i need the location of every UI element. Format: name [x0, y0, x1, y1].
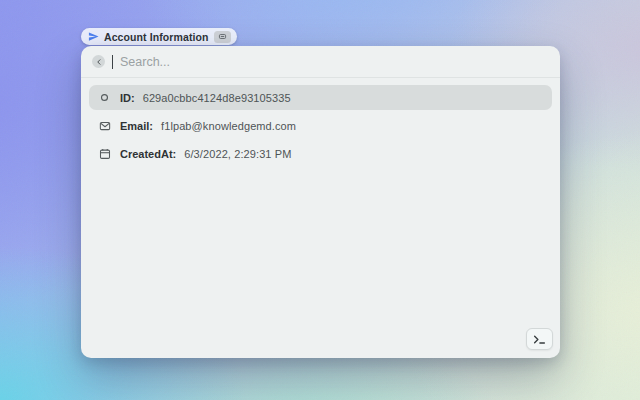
list-item-id[interactable]: ID: 629a0cbbc4124d8e93105335 — [89, 85, 552, 110]
command-pill[interactable]: Account Information — [81, 28, 237, 45]
chevron-left-icon — [95, 58, 103, 66]
extension-window: ID: 629a0cbbc4124d8e93105335 Email: f1lp… — [81, 46, 560, 358]
text-caret — [112, 55, 113, 69]
item-value: f1lpab@knowledgemd.com — [161, 120, 296, 132]
command-title: Account Information — [104, 31, 209, 43]
list-item-createdat[interactable]: CreatedAt: 6/3/2022, 2:29:31 PM — [89, 141, 552, 166]
calendar-icon — [98, 148, 111, 160]
search-bar — [81, 46, 560, 77]
list-item-email[interactable]: Email: f1lpab@knowledgemd.com — [89, 113, 552, 138]
printer-badge[interactable] — [214, 31, 231, 43]
envelope-icon — [98, 120, 111, 132]
search-input[interactable] — [120, 55, 549, 69]
item-label: Email: — [120, 120, 153, 132]
back-button[interactable] — [92, 55, 105, 68]
ring-icon — [98, 92, 111, 103]
item-label: CreatedAt: — [120, 148, 176, 160]
item-value: 6/3/2022, 2:29:31 PM — [184, 148, 291, 160]
printer-icon — [218, 32, 227, 41]
terminal-button[interactable] — [526, 328, 553, 350]
paper-plane-icon — [88, 31, 99, 42]
terminal-prompt-icon — [533, 334, 546, 345]
item-value: 629a0cbbc4124d8e93105335 — [143, 92, 291, 104]
item-label: ID: — [120, 92, 135, 104]
results-list: ID: 629a0cbbc4124d8e93105335 Email: f1lp… — [81, 78, 560, 176]
